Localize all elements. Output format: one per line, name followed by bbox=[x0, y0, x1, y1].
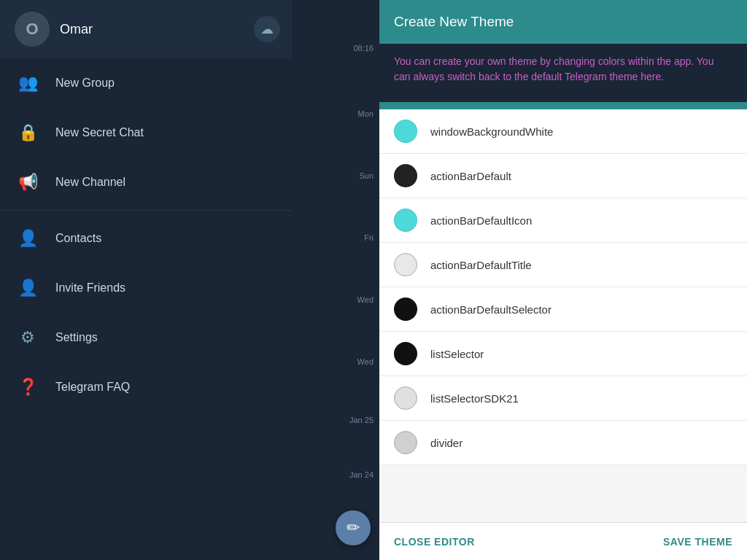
invite-friends-icon: 👤 bbox=[15, 275, 41, 301]
color-swatch-2 bbox=[394, 209, 417, 232]
timestamp-6: Wed bbox=[357, 357, 374, 366]
left-panel: O Omar ☁ 👥New Group🔒New Secret Chat📢New … bbox=[0, 0, 292, 560]
theme-description: You can create your own theme by changin… bbox=[394, 54, 732, 85]
theme-header: Create New Theme bbox=[379, 0, 747, 44]
color-name-1: actionBarDefault bbox=[430, 170, 511, 182]
color-item-6[interactable]: listSelectorSDK21 bbox=[379, 376, 747, 421]
menu-container: 👥New Group🔒New Secret Chat📢New Channel👤C… bbox=[0, 58, 292, 412]
new-group-icon: 👥 bbox=[15, 70, 41, 96]
timestamp-5: Wed bbox=[357, 295, 374, 304]
color-swatch-6 bbox=[394, 386, 417, 410]
theme-description-box: You can create your own theme by changin… bbox=[379, 44, 747, 102]
color-name-6: listSelectorSDK21 bbox=[430, 392, 519, 405]
color-swatch-7 bbox=[394, 431, 417, 454]
color-name-0: windowBackgroundWhite bbox=[430, 125, 553, 138]
menu-divider bbox=[0, 210, 292, 211]
color-list: windowBackgroundWhiteactionBarDefaultact… bbox=[379, 109, 747, 522]
timestamp-4: Fri bbox=[364, 233, 374, 242]
color-name-7: divider bbox=[430, 437, 462, 449]
close-editor-button[interactable]: CLOSE EDITOR bbox=[394, 533, 475, 550]
color-swatch-4 bbox=[394, 298, 417, 321]
profile-section: O Omar ☁ bbox=[0, 0, 292, 58]
profile-name: Omar bbox=[60, 22, 254, 37]
color-item-2[interactable]: actionBarDefaultIcon bbox=[379, 198, 747, 243]
cloud-icon[interactable]: ☁ bbox=[254, 16, 280, 42]
color-swatch-0 bbox=[394, 120, 417, 143]
theme-preview-bar bbox=[379, 102, 747, 109]
color-swatch-1 bbox=[394, 164, 417, 187]
timestamp-2: Mon bbox=[358, 109, 374, 118]
color-item-1[interactable]: actionBarDefault bbox=[379, 154, 747, 198]
color-item-7[interactable]: divider bbox=[379, 421, 747, 465]
settings-icon: ⚙ bbox=[15, 324, 41, 351]
timestamp-8: Jan 24 bbox=[349, 470, 374, 479]
contacts-label: Contacts bbox=[55, 232, 101, 245]
color-name-3: actionBarDefaultTitle bbox=[430, 259, 532, 271]
new-group-label: New Group bbox=[55, 77, 115, 90]
faq-label: Telegram FAQ bbox=[55, 381, 130, 394]
color-item-3[interactable]: actionBarDefaultTitle bbox=[379, 243, 747, 287]
color-swatch-5 bbox=[394, 342, 417, 365]
theme-footer: CLOSE EDITOR SAVE THEME bbox=[379, 522, 747, 560]
color-name-2: actionBarDefaultIcon bbox=[430, 214, 532, 227]
fab-button[interactable]: ✏ bbox=[336, 510, 371, 545]
color-item-5[interactable]: listSelector bbox=[379, 332, 747, 376]
new-channel-label: New Channel bbox=[55, 176, 125, 189]
contacts-icon: 👤 bbox=[15, 225, 41, 252]
timestamp-3: Sun bbox=[359, 171, 374, 180]
color-swatch-3 bbox=[394, 253, 417, 276]
color-name-4: actionBarDefaultSelector bbox=[430, 303, 551, 316]
menu-item-new-channel[interactable]: 📢New Channel bbox=[0, 158, 292, 207]
menu-item-faq[interactable]: ❓Telegram FAQ bbox=[0, 362, 292, 412]
save-theme-button[interactable]: SAVE THEME bbox=[663, 533, 732, 550]
avatar: O bbox=[15, 12, 50, 47]
menu-item-settings[interactable]: ⚙Settings bbox=[0, 313, 292, 362]
settings-label: Settings bbox=[55, 331, 98, 344]
invite-friends-label: Invite Friends bbox=[55, 281, 125, 295]
faq-icon: ❓ bbox=[15, 374, 41, 400]
new-secret-chat-icon: 🔒 bbox=[15, 120, 41, 146]
new-secret-chat-label: New Secret Chat bbox=[55, 126, 144, 139]
timestamp-7: Jan 25 bbox=[349, 416, 374, 424]
color-item-0[interactable]: windowBackgroundWhite bbox=[379, 109, 747, 154]
menu-item-new-secret-chat[interactable]: 🔒New Secret Chat bbox=[0, 108, 292, 158]
menu-item-contacts[interactable]: 👤Contacts bbox=[0, 214, 292, 263]
timestamp-1: 08:16 bbox=[353, 44, 374, 52]
menu-item-invite-friends[interactable]: 👤Invite Friends bbox=[0, 263, 292, 313]
color-item-4[interactable]: actionBarDefaultSelector bbox=[379, 287, 747, 332]
color-name-5: listSelector bbox=[430, 348, 484, 360]
menu-item-new-group[interactable]: 👥New Group bbox=[0, 58, 292, 108]
right-panel: Create New Theme You can create your own… bbox=[379, 0, 747, 560]
theme-title: Create New Theme bbox=[394, 14, 514, 30]
new-channel-icon: 📢 bbox=[15, 169, 41, 195]
middle-panel: 08:16 Mon Sun Fri Wed Wed Jan 25 Jan 24 … bbox=[292, 0, 379, 560]
